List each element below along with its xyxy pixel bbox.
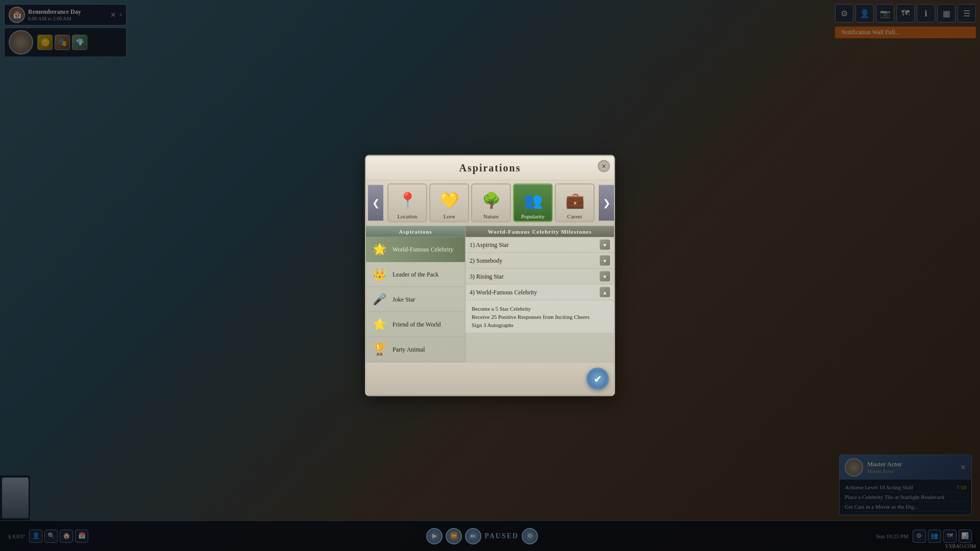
- watermark: YXBAO.COM: [945, 543, 976, 549]
- leader-label: Leader of the Pack: [393, 270, 438, 278]
- milestone-task-2: Receive 25 Positive Responses from Incit…: [472, 313, 608, 321]
- aspiration-joke-star[interactable]: 🎤 Joke Star: [366, 287, 465, 312]
- milestone-4-toggle[interactable]: ▲: [600, 287, 610, 297]
- popularity-icon: 👥: [520, 187, 546, 213]
- world-famous-label: World-Famous Celebrity: [393, 245, 453, 253]
- milestone-1-row[interactable]: 1) Aspiring Star ▼: [465, 237, 614, 253]
- confirm-icon: ✔: [594, 373, 602, 385]
- category-location[interactable]: 📍 Location: [387, 184, 427, 222]
- category-prev-button[interactable]: ❮: [368, 185, 383, 221]
- next-icon: ❯: [603, 197, 610, 209]
- milestone-2-row[interactable]: 2) Somebody ▼: [465, 253, 614, 269]
- career-icon: 💼: [561, 187, 588, 213]
- aspiration-friend-world[interactable]: ⭐ Friend of the World: [366, 312, 465, 337]
- aspirations-dialog: Aspirations ✕ ❮ 📍 Location 💛 Love 🌳 Natu…: [365, 155, 615, 396]
- friend-world-label: Friend of the World: [393, 320, 440, 328]
- aspiration-party-animal[interactable]: 🏆 Party Animal: [366, 337, 465, 362]
- nature-icon: 🌳: [478, 187, 504, 213]
- aspiration-leader[interactable]: 👑 Leader of the Pack: [366, 262, 465, 287]
- milestone-2-toggle[interactable]: ▼: [600, 256, 610, 266]
- category-love-label: Love: [444, 213, 455, 219]
- category-career[interactable]: 💼 Career: [555, 184, 595, 222]
- prev-icon: ❮: [372, 197, 380, 209]
- category-location-label: Location: [397, 213, 417, 219]
- category-next-button[interactable]: ❯: [599, 185, 614, 221]
- aspirations-header-label: Aspirations: [399, 229, 432, 235]
- leader-icon: 👑: [370, 265, 388, 284]
- friend-world-icon: ⭐: [370, 315, 388, 334]
- milestone-task-1: Become a 5 Star Celebrity: [472, 305, 608, 313]
- milestone-1-label: 1) Aspiring Star: [470, 241, 600, 248]
- world-famous-icon: 🌟: [370, 240, 388, 259]
- milestone-task-3: Sign 3 Autographs: [472, 321, 608, 329]
- milestone-3-label: 3) Rising Star: [470, 272, 600, 280]
- milestone-3-toggle[interactable]: ▼: [600, 271, 610, 282]
- aspirations-panel: Aspirations 🌟 World-Famous Celebrity 👑 L…: [366, 226, 465, 362]
- category-career-label: Career: [567, 213, 582, 219]
- location-icon: 📍: [394, 187, 421, 213]
- category-love[interactable]: 💛 Love: [429, 184, 469, 222]
- categories-list: 📍 Location 💛 Love 🌳 Nature 👥 Popularity …: [383, 184, 599, 222]
- milestone-4-content: Become a 5 Star Celebrity Receive 25 Pos…: [465, 300, 614, 334]
- aspiration-world-famous[interactable]: 🌟 World-Famous Celebrity: [366, 237, 465, 262]
- category-row: ❮ 📍 Location 💛 Love 🌳 Nature 👥 Popularit…: [366, 181, 614, 226]
- milestone-4-label: 4) World-Famous Celebrity: [470, 288, 600, 296]
- milestones-header: World-Famous Celebrity Milestones: [465, 226, 614, 237]
- party-animal-label: Party Animal: [393, 345, 425, 353]
- category-nature[interactable]: 🌳 Nature: [471, 184, 511, 222]
- milestone-4-row[interactable]: 4) World-Famous Celebrity ▲: [465, 285, 614, 300]
- party-animal-icon: 🏆: [370, 340, 388, 359]
- confirm-button[interactable]: ✔: [586, 368, 609, 390]
- joke-star-icon: 🎤: [370, 290, 388, 309]
- category-nature-label: Nature: [483, 213, 499, 219]
- category-popularity-label: Popularity: [521, 213, 545, 219]
- dialog-footer: ✔: [366, 362, 614, 395]
- milestones-header-label: World-Famous Celebrity Milestones: [488, 229, 592, 235]
- category-popularity[interactable]: 👥 Popularity: [513, 184, 553, 222]
- milestone-3-row[interactable]: 3) Rising Star ▼: [465, 269, 614, 285]
- milestone-2-label: 2) Somebody: [470, 257, 600, 264]
- dialog-title: Aspirations: [386, 162, 594, 174]
- joke-star-label: Joke Star: [393, 295, 415, 303]
- aspirations-panel-header: Aspirations: [366, 226, 465, 237]
- love-icon: 💛: [436, 187, 462, 213]
- milestones-panel: World-Famous Celebrity Milestones 1) Asp…: [465, 226, 614, 362]
- dialog-close-button[interactable]: ✕: [598, 160, 610, 172]
- dialog-header: Aspirations ✕: [366, 156, 614, 181]
- close-icon: ✕: [601, 162, 606, 170]
- content-area: Aspirations 🌟 World-Famous Celebrity 👑 L…: [366, 226, 614, 362]
- milestone-1-toggle[interactable]: ▼: [600, 240, 610, 250]
